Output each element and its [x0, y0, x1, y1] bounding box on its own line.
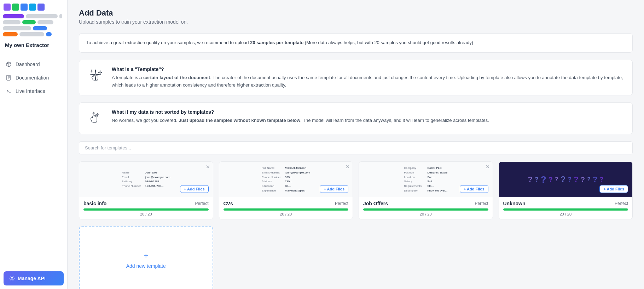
- template-card-basic-info[interactable]: NameJohn Doe Emailjane@example.com Birth…: [79, 161, 213, 219]
- page-title: Add Data: [79, 8, 633, 18]
- templates-grid: NameJohn Doe Emailjane@example.com Birth…: [79, 161, 633, 219]
- sidebar-item-dashboard[interactable]: Dashboard: [0, 58, 67, 71]
- sidebar-nav: Dashboard Documentation Live Interface: [0, 54, 67, 268]
- pill: [46, 32, 52, 36]
- pill: [59, 14, 62, 18]
- color-dot-blue: [21, 4, 28, 11]
- add-template-plus-icon: +: [144, 251, 148, 260]
- add-files-button-basic-info[interactable]: + Add Files: [180, 185, 209, 193]
- color-dot-cyan: [29, 4, 36, 11]
- template-info-heading: What is a "Template"?: [112, 66, 625, 72]
- manage-api-label: Manage API: [18, 276, 46, 281]
- close-button-job-offers[interactable]: ✕: [486, 164, 490, 170]
- template-status-unknown: Perfect: [615, 201, 628, 206]
- pill: [3, 14, 24, 18]
- template-progress-label-basic-info: 20 / 20: [83, 212, 209, 216]
- info-banner-suffix: (More data always helps, but with 20 sam…: [303, 40, 473, 45]
- color-dot-indigo: [37, 4, 45, 11]
- template-progress-bar-job-offers: [363, 208, 488, 211]
- template-preview-unknown: ? ? ? ? ? ? ? ? ? ? ? ? + Add Files: [499, 162, 633, 197]
- add-template-label: Add new template: [126, 263, 166, 269]
- no-template-info-text: What if my data is not sorted by templat…: [112, 109, 489, 124]
- no-template-body: No worries, we got you covered. Just upl…: [112, 117, 489, 124]
- add-template-button[interactable]: + Add new template: [79, 226, 213, 289]
- close-button-cvs[interactable]: ✕: [346, 164, 350, 170]
- extractor-name: My own Extractor: [0, 38, 67, 54]
- template-name-unknown: Unknown: [503, 201, 526, 206]
- template-name-basic-info: basic info: [83, 201, 106, 206]
- add-files-button-unknown[interactable]: + Add Files: [599, 185, 628, 193]
- pill: [3, 32, 18, 36]
- gear-icon: [9, 276, 15, 281]
- search-input[interactable]: [79, 141, 633, 154]
- close-button-basic-info[interactable]: ✕: [206, 164, 210, 170]
- info-banner-highlight: 20 samples per template: [250, 40, 303, 45]
- info-banner: To achieve a great extraction quality on…: [79, 33, 633, 53]
- template-info-section: What is a "Template"? A template is a ce…: [79, 60, 633, 96]
- template-progress-label-cvs: 20 / 20: [224, 212, 349, 216]
- template-preview-cvs: Full NameMichael Johnson Email Addressjo…: [219, 162, 353, 197]
- sidebar: My own Extractor Dashboard Documentation: [0, 0, 68, 289]
- sparkle-hand-icon: [86, 109, 105, 128]
- template-progress-bar-basic-info: [83, 208, 209, 211]
- template-progress-bar-unknown: [503, 208, 628, 211]
- template-progress-fill-unknown: [503, 208, 628, 211]
- template-name-job-offers: Job Offers: [363, 201, 388, 206]
- info-banner-prefix: To achieve a great extraction quality on…: [86, 40, 250, 45]
- sidebar-item-documentation[interactable]: Documentation: [0, 71, 67, 84]
- template-progress-fill-job-offers: [363, 208, 488, 211]
- template-info-body: A template is a certain layout of the do…: [112, 74, 625, 89]
- template-card-job-offers[interactable]: CompanyCollier PLC PositionDesigner, tex…: [359, 161, 493, 219]
- pill: [19, 32, 44, 36]
- sidebar-color-bar: [0, 0, 67, 13]
- template-status-job-offers: Perfect: [475, 201, 488, 206]
- pill: [26, 14, 58, 18]
- svg-point-2: [11, 278, 13, 279]
- pill: [3, 20, 21, 24]
- color-dot-purple: [4, 4, 11, 11]
- main-content: Add Data Upload samples to train your ex…: [68, 0, 644, 289]
- pill: [22, 20, 36, 24]
- template-progress-fill-cvs: [224, 208, 349, 211]
- add-files-button-job-offers[interactable]: + Add Files: [460, 185, 488, 193]
- sidebar-item-label: Live Interface: [16, 88, 45, 94]
- pill: [33, 26, 47, 30]
- template-card-unknown[interactable]: ? ? ? ? ? ? ? ? ? ? ? ? + Add Files Unkn: [499, 161, 633, 219]
- doc-icon: [6, 75, 12, 81]
- page-subtitle: Upload samples to train your extraction …: [79, 19, 633, 25]
- template-preview-basic-info: NameJohn Doe Emailjane@example.com Birth…: [79, 162, 213, 197]
- template-preview-job-offers: CompanyCollier PLC PositionDesigner, tex…: [359, 162, 493, 197]
- no-template-heading: What if my data is not sorted by templat…: [112, 109, 489, 115]
- pill: [37, 20, 53, 24]
- template-status-cvs: Perfect: [335, 201, 348, 206]
- sidebar-pills: [0, 13, 67, 38]
- template-card-cvs[interactable]: Full NameMichael Johnson Email Addressjo…: [219, 161, 353, 219]
- sparkle-icon: [86, 66, 105, 85]
- template-progress-label-unknown: 20 / 20: [503, 212, 628, 216]
- pill: [3, 26, 31, 30]
- template-progress-bar-cvs: [224, 208, 349, 211]
- sidebar-item-label: Dashboard: [16, 61, 40, 67]
- terminal-icon: [6, 88, 12, 94]
- template-info-text: What is a "Template"? A template is a ce…: [112, 66, 625, 89]
- template-status-basic-info: Perfect: [195, 201, 208, 206]
- template-progress-fill-basic-info: [83, 208, 209, 211]
- template-progress-label-job-offers: 20 / 20: [363, 212, 488, 216]
- sidebar-item-label: Documentation: [16, 75, 49, 81]
- no-template-info-section: What if my data is not sorted by templat…: [79, 102, 633, 134]
- add-files-button-cvs[interactable]: + Add Files: [320, 185, 348, 193]
- manage-api-button[interactable]: Manage API: [4, 271, 64, 285]
- template-name-cvs: CVs: [224, 201, 233, 206]
- color-dot-green: [12, 4, 19, 11]
- sidebar-item-live-interface[interactable]: Live Interface: [0, 84, 67, 98]
- cube-icon: [6, 61, 12, 67]
